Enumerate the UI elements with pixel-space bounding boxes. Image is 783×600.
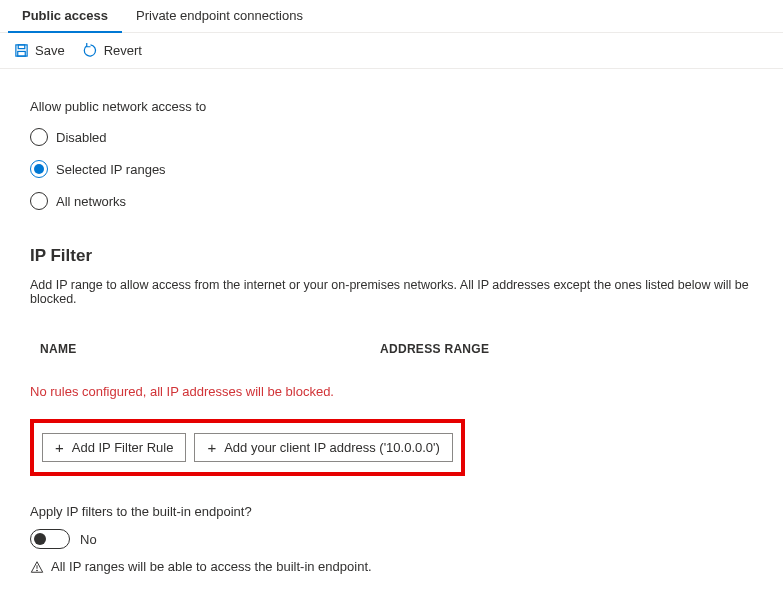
- empty-rules-message: No rules configured, all IP addresses wi…: [30, 384, 753, 399]
- radio-icon: [30, 192, 48, 210]
- radio-label: All networks: [56, 194, 126, 209]
- radio-icon: [30, 128, 48, 146]
- ip-filter-title: IP Filter: [30, 246, 753, 266]
- save-icon: [14, 43, 29, 58]
- svg-rect-2: [18, 51, 26, 56]
- toggle-value: No: [80, 532, 97, 547]
- radio-all-networks[interactable]: All networks: [30, 192, 753, 210]
- plus-icon: +: [55, 439, 64, 456]
- warning-icon: [30, 560, 44, 574]
- add-ip-filter-rule-button[interactable]: + Add IP Filter Rule: [42, 433, 186, 462]
- revert-label: Revert: [104, 43, 142, 58]
- access-label: Allow public network access to: [30, 99, 753, 114]
- plus-icon: +: [207, 439, 216, 456]
- ip-filter-description: Add IP range to allow access from the in…: [30, 278, 753, 306]
- tab-public-access[interactable]: Public access: [8, 0, 122, 33]
- toolbar: Save Revert: [0, 33, 783, 69]
- access-radio-group: Disabled Selected IP ranges All networks: [30, 128, 753, 210]
- radio-label: Selected IP ranges: [56, 162, 166, 177]
- svg-point-4: [37, 570, 38, 571]
- revert-icon: [83, 43, 98, 58]
- add-client-ip-label: Add your client IP address ('10.0.0.0'): [224, 440, 440, 455]
- tab-private-endpoint[interactable]: Private endpoint connections: [122, 0, 317, 32]
- tabs-bar: Public access Private endpoint connectio…: [0, 0, 783, 33]
- highlight-box: + Add IP Filter Rule + Add your client I…: [30, 419, 465, 476]
- save-label: Save: [35, 43, 65, 58]
- builtin-endpoint-toggle[interactable]: [30, 529, 70, 549]
- column-address-range: ADDRESS RANGE: [380, 342, 753, 356]
- revert-button[interactable]: Revert: [83, 43, 142, 58]
- radio-label: Disabled: [56, 130, 107, 145]
- builtin-endpoint-label: Apply IP filters to the built-in endpoin…: [30, 504, 753, 519]
- radio-icon: [30, 160, 48, 178]
- builtin-toggle-row: No: [30, 529, 753, 549]
- radio-selected-ip[interactable]: Selected IP ranges: [30, 160, 753, 178]
- svg-rect-1: [18, 45, 25, 49]
- builtin-warning: All IP ranges will be able to access the…: [30, 559, 753, 574]
- column-name: NAME: [40, 342, 380, 356]
- table-headers: NAME ADDRESS RANGE: [30, 342, 753, 356]
- radio-disabled[interactable]: Disabled: [30, 128, 753, 146]
- save-button[interactable]: Save: [14, 43, 65, 58]
- add-client-ip-button[interactable]: + Add your client IP address ('10.0.0.0'…: [194, 433, 453, 462]
- add-rule-label: Add IP Filter Rule: [72, 440, 174, 455]
- toggle-knob: [34, 533, 46, 545]
- content-area: Allow public network access to Disabled …: [0, 69, 783, 600]
- warning-text: All IP ranges will be able to access the…: [51, 559, 372, 574]
